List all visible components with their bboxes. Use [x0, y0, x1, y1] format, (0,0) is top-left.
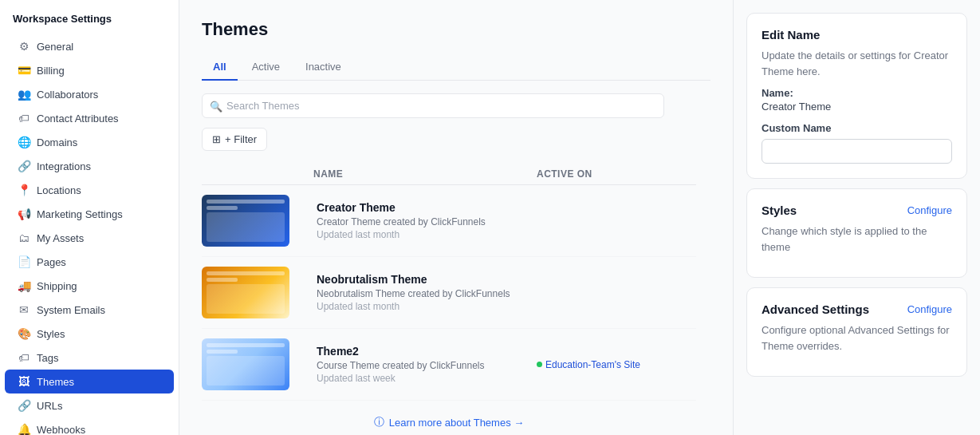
- search-input[interactable]: [202, 93, 664, 118]
- sidebar-icon-system-emails: ✉: [18, 303, 30, 316]
- theme-updated-creator: Updated last month: [317, 229, 537, 240]
- col-name: Name: [313, 168, 537, 180]
- sidebar-item-pages[interactable]: 📄Pages: [5, 250, 174, 274]
- advanced-settings-card: Advanced Settings Configure Configure op…: [746, 287, 967, 377]
- advanced-desc: Configure optional Advanced Settings for…: [762, 322, 952, 354]
- sidebar-item-collaborators[interactable]: 👥Collaborators: [5, 82, 174, 106]
- sidebar-icon-domains: 🌐: [18, 136, 30, 148]
- sidebar-label-marketing-settings: Marketing Settings: [37, 208, 123, 220]
- sidebar-item-billing[interactable]: 💳Billing: [5, 58, 174, 82]
- theme-name-neobrutalism: Neobrutalism Theme: [317, 273, 537, 286]
- sidebar-item-tags[interactable]: 🏷Tags: [5, 346, 174, 370]
- tab-active[interactable]: Active: [241, 54, 291, 81]
- sidebar-item-urls[interactable]: 🔗URLs: [5, 393, 174, 417]
- sidebar-icon-my-assets: 🗂: [18, 231, 30, 244]
- sidebar-icon-pages: 📄: [18, 255, 30, 268]
- sidebar-item-styles[interactable]: 🎨Styles: [5, 322, 174, 346]
- sidebar-icon-integrations: 🔗: [18, 160, 30, 172]
- search-bar: 🔍: [202, 93, 664, 118]
- sidebar-label-shipping: Shipping: [37, 280, 77, 292]
- sidebar-label-urls: URLs: [37, 400, 63, 412]
- thumb-neobrutalism: [202, 267, 289, 318]
- sidebar-icon-shipping: 🚚: [18, 279, 30, 292]
- edit-name-card: Edit Name Update the details or settings…: [746, 13, 967, 179]
- custom-name-label: Custom Name: [762, 122, 952, 134]
- sidebar-item-locations[interactable]: 📍Locations: [5, 178, 174, 202]
- sidebar-icon-collaborators: 👥: [18, 88, 30, 101]
- sidebar-label-domains: Domains: [37, 136, 77, 148]
- filter-button[interactable]: ⊞ + Filter: [202, 128, 267, 151]
- sidebar-label-tags: Tags: [37, 352, 58, 364]
- name-label: Name:: [762, 87, 952, 99]
- theme-row-creator[interactable]: Creator Theme Creator Theme created by C…: [202, 185, 696, 257]
- filter-icon: ⊞: [212, 133, 221, 145]
- advanced-header: Advanced Settings Configure: [762, 303, 952, 316]
- styles-card: Styles Configure Change which style is a…: [746, 188, 967, 278]
- sidebar-label-general: General: [37, 41, 73, 53]
- theme-name-theme2: Theme2: [317, 345, 537, 358]
- theme-row-neobrutalism[interactable]: Neobrutalism Theme Neobrutalism Theme cr…: [202, 257, 696, 329]
- edit-name-header: Edit Name: [762, 28, 952, 42]
- theme-info-neobrutalism: Neobrutalism Theme Neobrutalism Theme cr…: [313, 273, 537, 312]
- sidebar-icon-webhooks: 🔔: [18, 423, 30, 435]
- sidebar-item-contact-attributes[interactable]: 🏷Contact Attributes: [5, 106, 174, 130]
- theme-info-creator: Creator Theme Creator Theme created by C…: [313, 201, 537, 240]
- sidebar-item-my-assets[interactable]: 🗂My Assets: [5, 226, 174, 250]
- col-active: Active on: [537, 168, 696, 180]
- thumb-creator: [202, 195, 289, 247]
- sidebar-item-shipping[interactable]: 🚚Shipping: [5, 274, 174, 298]
- sidebar-icon-styles: 🎨: [18, 327, 30, 340]
- sidebar-label-webhooks: Webhooks: [37, 424, 85, 436]
- main-content: Themes AllActiveInactive 🔍 ⊞ + Filter Na…: [179, 0, 733, 435]
- sidebar-icon-billing: 💳: [18, 64, 30, 77]
- sidebar-label-pages: Pages: [37, 256, 66, 268]
- page-title: Themes: [202, 19, 710, 40]
- theme-updated-theme2: Updated last week: [317, 373, 537, 384]
- sidebar-icon-urls: 🔗: [18, 399, 30, 412]
- sidebar-label-styles: Styles: [37, 328, 65, 340]
- sidebar-item-system-emails[interactable]: ✉System Emails: [5, 298, 174, 322]
- sidebar-item-themes[interactable]: 🖼Themes: [5, 370, 174, 393]
- active-on-theme2: Education-Team's Site: [537, 359, 696, 370]
- search-icon: 🔍: [210, 100, 222, 112]
- learn-more-text: Learn more about Themes →: [389, 417, 525, 429]
- active-site-theme2: Education-Team's Site: [545, 359, 640, 370]
- styles-title: Styles: [762, 204, 797, 217]
- thumb-theme2: [202, 338, 289, 390]
- sidebar-label-system-emails: System Emails: [37, 304, 105, 316]
- sidebar: Workspace Settings ⚙General💳Billing👥Coll…: [0, 0, 179, 435]
- theme-updated-neobrutalism: Updated last month: [317, 301, 537, 312]
- sidebar-label-locations: Locations: [37, 184, 81, 196]
- edit-name-title: Edit Name: [762, 28, 820, 42]
- table-header: Name Active on: [202, 164, 696, 185]
- sidebar-label-contact-attributes: Contact Attributes: [37, 113, 119, 125]
- theme-desc-creator: Creator Theme created by ClickFunnels: [317, 216, 537, 227]
- advanced-configure-link[interactable]: Configure: [907, 303, 952, 315]
- sidebar-item-general[interactable]: ⚙General: [5, 34, 174, 58]
- tab-inactive[interactable]: Inactive: [294, 54, 352, 81]
- sidebar-icon-themes: 🖼: [18, 375, 30, 388]
- name-value: Creator Theme: [762, 101, 952, 113]
- sidebar-icon-general: ⚙: [18, 40, 30, 53]
- custom-name-input[interactable]: [762, 139, 952, 164]
- edit-name-desc: Update the details or settings for Creat…: [762, 48, 952, 79]
- tabs-bar: AllActiveInactive: [202, 54, 710, 81]
- learn-more-link[interactable]: ⓘ Learn more about Themes →: [202, 401, 696, 435]
- sidebar-item-marketing-settings[interactable]: 📢Marketing Settings: [5, 202, 174, 226]
- theme-active-col-theme2: Education-Team's Site: [537, 359, 696, 370]
- theme-desc-theme2: Course Theme created by ClickFunnels: [317, 360, 537, 371]
- sidebar-item-integrations[interactable]: 🔗Integrations: [5, 154, 174, 178]
- sidebar-label-collaborators: Collaborators: [37, 89, 98, 101]
- sidebar-icon-tags: 🏷: [18, 351, 30, 364]
- tab-all[interactable]: All: [202, 54, 238, 81]
- theme-desc-neobrutalism: Neobrutalism Theme created by ClickFunne…: [317, 288, 537, 299]
- styles-configure-link[interactable]: Configure: [907, 204, 952, 216]
- sidebar-label-billing: Billing: [37, 65, 65, 77]
- sidebar-label-integrations: Integrations: [37, 160, 91, 172]
- sidebar-icon-marketing-settings: 📢: [18, 208, 30, 220]
- filter-label: + Filter: [225, 133, 257, 145]
- sidebar-title: Workspace Settings: [0, 13, 179, 34]
- theme-row-theme2[interactable]: Theme2 Course Theme created by ClickFunn…: [202, 329, 696, 401]
- sidebar-item-domains[interactable]: 🌐Domains: [5, 130, 174, 154]
- sidebar-item-webhooks[interactable]: 🔔Webhooks: [5, 417, 174, 435]
